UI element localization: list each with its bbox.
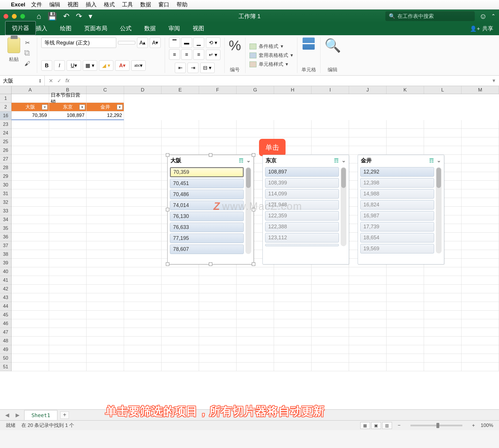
cell[interactable] [312, 285, 349, 293]
cell[interactable] [87, 363, 124, 371]
cell[interactable] [462, 224, 499, 233]
qat-dropdown-icon[interactable]: ▾ [89, 12, 92, 21]
cell-style-button[interactable]: 单元格样式 ▾ [250, 60, 288, 69]
cell[interactable] [87, 155, 124, 163]
data-cell[interactable]: 70,359 [12, 111, 49, 120]
cell[interactable] [199, 363, 237, 371]
clear-filter-icon[interactable]: ⌄ [342, 157, 346, 164]
font-size-select[interactable] [118, 41, 135, 44]
cell[interactable] [12, 172, 49, 181]
cell[interactable] [462, 302, 499, 311]
slicer-item[interactable]: 12,398 [360, 178, 434, 188]
cell[interactable] [87, 345, 124, 354]
cell[interactable] [462, 293, 499, 302]
cell[interactable] [349, 276, 387, 285]
slicer-item[interactable]: 76,633 [170, 223, 244, 232]
align-center-icon[interactable]: ≡ [181, 49, 192, 60]
cell[interactable] [199, 293, 237, 302]
zoom-out-icon[interactable]: − [398, 423, 401, 428]
cell[interactable] [124, 172, 162, 181]
row-header[interactable]: 43 [0, 293, 11, 302]
cell[interactable] [124, 224, 162, 233]
conditional-format-button[interactable]: 条件格式 ▾ [250, 42, 283, 51]
cell[interactable] [349, 120, 387, 129]
cell[interactable] [237, 293, 274, 302]
cell[interactable] [462, 146, 499, 155]
cell[interactable] [49, 337, 87, 345]
cell[interactable] [387, 276, 424, 285]
row-header[interactable]: 32 [0, 198, 11, 207]
cell[interactable] [162, 319, 199, 328]
table-header-kanai[interactable]: 金井▼ [87, 103, 124, 111]
cell[interactable] [12, 129, 49, 137]
cell[interactable] [49, 354, 87, 363]
cell[interactable] [49, 302, 87, 311]
slicer-item[interactable]: 18,654 [360, 233, 434, 242]
clear-filter-icon[interactable]: ⌄ [437, 157, 441, 164]
cell[interactable] [237, 129, 274, 137]
slicer-scrollbar[interactable] [436, 167, 442, 253]
tab-formulas[interactable]: 公式 [114, 22, 138, 35]
cell[interactable] [49, 233, 87, 241]
cell[interactable] [462, 345, 499, 354]
cell[interactable] [312, 276, 349, 285]
slicer-item[interactable]: 19,569 [360, 244, 434, 253]
menu-window[interactable]: 窗口 [158, 1, 169, 8]
increase-font-icon[interactable]: A▴ [137, 38, 148, 48]
cell[interactable] [124, 163, 162, 172]
cell[interactable] [199, 276, 237, 285]
menu-tools[interactable]: 工具 [122, 1, 133, 8]
cell[interactable] [349, 137, 387, 146]
cell[interactable] [462, 181, 499, 189]
app-name[interactable]: Excel [11, 1, 25, 8]
cell[interactable] [87, 215, 124, 224]
cell[interactable] [312, 267, 349, 276]
slicer-item[interactable]: 70,451 [170, 179, 244, 188]
cell[interactable] [462, 337, 499, 345]
cell[interactable] [462, 233, 499, 241]
cell[interactable] [462, 198, 499, 207]
row-header[interactable]: 39 [0, 259, 11, 267]
cell[interactable] [49, 311, 87, 319]
cell[interactable] [349, 345, 387, 354]
cell[interactable] [462, 163, 499, 172]
zoom-in-icon[interactable]: + [472, 423, 475, 428]
cell[interactable] [124, 345, 162, 354]
slicer-item[interactable]: 16,987 [360, 211, 434, 221]
cell[interactable] [124, 189, 162, 198]
cell[interactable] [349, 285, 387, 293]
cell[interactable] [274, 293, 312, 302]
cell[interactable] [87, 163, 124, 172]
cell[interactable] [12, 181, 49, 189]
cell[interactable] [387, 363, 424, 371]
cell[interactable] [387, 345, 424, 354]
row-header[interactable]: 47 [0, 328, 11, 337]
slicer-item[interactable]: 74,014 [170, 201, 244, 210]
cell[interactable] [387, 146, 424, 155]
cell[interactable] [274, 354, 312, 363]
cell[interactable] [12, 215, 49, 224]
cell[interactable] [349, 129, 387, 137]
col-header-k[interactable]: K [387, 86, 424, 94]
cell[interactable] [12, 207, 49, 215]
fill-color-button[interactable]: ◢ ▾ [99, 60, 113, 71]
cell[interactable] [12, 354, 49, 363]
cell[interactable] [49, 276, 87, 285]
row-header[interactable]: 23 [0, 120, 11, 129]
zoom-slider[interactable] [410, 425, 462, 426]
row-header[interactable]: 25 [0, 137, 11, 146]
wrap-text-icon[interactable]: ↵ ▾ [206, 50, 220, 60]
decrease-font-icon[interactable]: A▾ [150, 38, 161, 48]
cell[interactable] [124, 250, 162, 259]
row-header[interactable]: 49 [0, 345, 11, 354]
cell[interactable] [124, 319, 162, 328]
cell[interactable] [124, 363, 162, 371]
cell[interactable] [274, 337, 312, 345]
paste-icon[interactable] [7, 38, 20, 53]
cell[interactable] [162, 276, 199, 285]
table-header-tokyo[interactable]: 东京▼ [49, 103, 87, 111]
ribbon-toggle-icon[interactable]: ⌃ [491, 13, 496, 19]
tab-data[interactable]: 数据 [138, 22, 162, 35]
cell[interactable] [349, 319, 387, 328]
select-all-corner[interactable] [0, 86, 12, 94]
